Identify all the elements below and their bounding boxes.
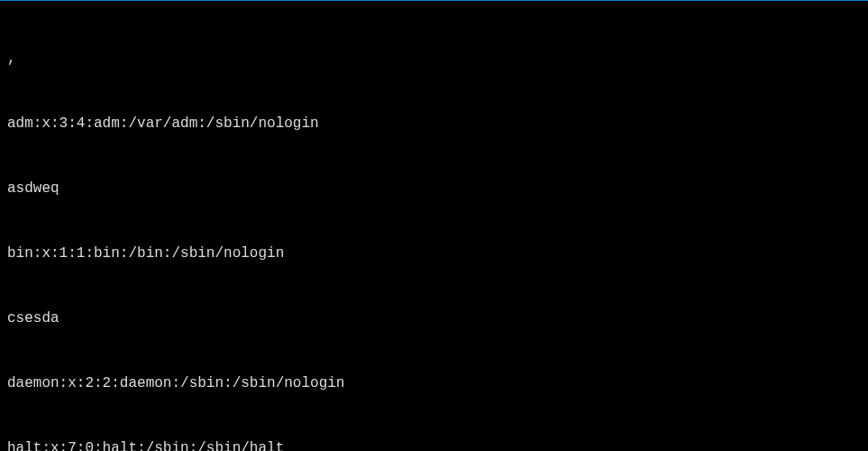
output-line: , (7, 48, 861, 69)
output-line: asdweq (7, 178, 861, 199)
terminal-output[interactable]: , adm:x:3:4:adm:/var/adm:/sbin/nologin a… (7, 5, 861, 451)
output-line: daemon:x:2:2:daemon:/sbin:/sbin/nologin (7, 373, 861, 394)
output-line: bin:x:1:1:bin:/bin:/sbin/nologin (7, 243, 861, 264)
output-line: csesda (7, 308, 861, 329)
output-line: adm:x:3:4:adm:/var/adm:/sbin/nologin (7, 113, 861, 134)
output-line: halt:x:7:0:halt:/sbin:/sbin/halt (7, 437, 861, 451)
